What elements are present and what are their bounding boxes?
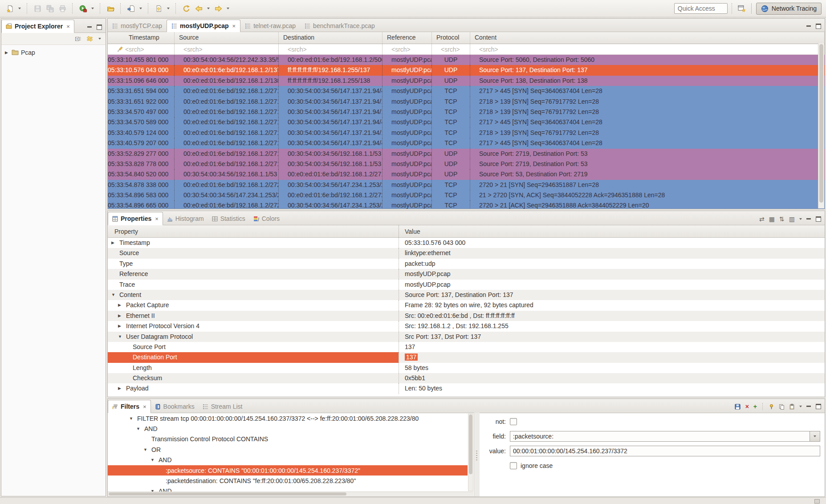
tree-item-pcap[interactable]: ▶ Pcap (1, 48, 106, 57)
filter-cell-timestamp[interactable]: <srch> (108, 44, 175, 54)
property-row[interactable]: Destination Port137 (108, 352, 825, 362)
expand-right-icon[interactable]: ▶ (118, 311, 126, 321)
column-header-source[interactable]: Source (175, 32, 279, 44)
scrollbar-thumb[interactable] (109, 492, 346, 496)
filter-cell-destination[interactable]: <srch> (279, 44, 382, 54)
packet-row[interactable]: 05:33:10.455 801 00000:30:54:00:34:56/21… (108, 55, 825, 65)
dropdown-arrow-icon[interactable] (17, 3, 22, 14)
save-all-icon[interactable] (45, 3, 55, 14)
column-header-protocol[interactable]: Protocol (432, 32, 470, 44)
expand-right-icon[interactable]: ▶ (118, 321, 126, 331)
filter-tree-row[interactable]: ▼AND (108, 486, 468, 492)
copy-filter-icon[interactable] (779, 404, 785, 410)
navigate-backward-icon[interactable] (193, 3, 204, 14)
close-tab-icon[interactable]: × (232, 23, 236, 29)
property-row[interactable]: ReferencemostlyUDP.pcap (108, 269, 825, 279)
expand-right-icon[interactable]: ▶ (111, 238, 119, 248)
run-external-tools-icon[interactable] (77, 3, 88, 14)
tab-stream-list[interactable]: Stream List (199, 400, 247, 413)
property-row[interactable]: ▶PayloadLen: 50 bytes (108, 383, 825, 394)
filter-tree-row[interactable]: ▼FILTER stream tcp 00:00:01:00:00:00/145… (108, 413, 468, 423)
minimize-icon[interactable] (806, 24, 811, 28)
property-row[interactable]: ▶Timestamp05:33:10.576 043 000 (108, 238, 825, 248)
tree-mode-icon[interactable]: ▦ (769, 216, 775, 222)
field-combo[interactable]: :packetsource: (510, 431, 820, 442)
dropdown-arrow-icon[interactable] (225, 3, 231, 14)
tab-bookmarks[interactable]: Bookmarks (151, 400, 199, 413)
back-history-icon[interactable] (181, 3, 191, 14)
property-row[interactable]: Length58 bytes (108, 363, 825, 373)
save-icon[interactable] (32, 3, 43, 14)
maximize-icon[interactable] (97, 24, 102, 30)
packet-row[interactable]: 05:33:54.896 583 00000:30:54:00:34:56/14… (108, 190, 825, 200)
columns-icon[interactable]: ▥ (789, 216, 795, 222)
column-header-reference[interactable]: Reference (382, 32, 432, 44)
property-row[interactable]: TracemostlyUDP.pcap (108, 280, 825, 290)
expand-right-icon[interactable]: ▶ (118, 383, 126, 394)
property-row[interactable]: Typepacket:udp (108, 259, 825, 269)
view-menu-icon[interactable] (799, 406, 802, 407)
tab-benchmarktrace-pcap[interactable]: benchmarkTrace.pcap (300, 20, 379, 32)
packet-row[interactable]: 05:33:31.651 594 00000:e0:ed:01:6e:bd/19… (108, 86, 825, 96)
expand-down-icon[interactable]: ▼ (143, 447, 151, 452)
filter-tree-scrollbar[interactable] (468, 414, 473, 491)
property-row[interactable]: ▶Packet CaptureFrame 28: 92 bytes on wir… (108, 300, 825, 310)
property-row[interactable]: ▶Internet Protocol Version 4Src: 192.168… (108, 321, 825, 331)
import-trace-icon[interactable] (126, 3, 136, 14)
notification-icon[interactable] (814, 499, 820, 504)
column-header-timestamp[interactable]: Timestamp (108, 32, 175, 44)
close-view-icon[interactable]: × (143, 403, 146, 410)
column-header-destination[interactable]: Destination (279, 32, 382, 44)
maximize-icon[interactable] (816, 24, 821, 29)
navigate-forward-icon[interactable] (213, 3, 224, 14)
filter-tree-hscrollbar[interactable] (108, 492, 473, 496)
column-header-value[interactable]: Value (399, 225, 825, 237)
filter-cell-reference[interactable]: <srch> (382, 44, 432, 54)
packet-table-scrollbar[interactable] (818, 43, 824, 208)
expand-down-icon[interactable]: ▼ (129, 416, 137, 421)
filter-cell-content[interactable]: <srch> (470, 44, 825, 54)
add-filter-icon[interactable]: + (753, 403, 757, 410)
dropdown-arrow-icon[interactable] (90, 3, 95, 14)
expand-down-icon[interactable]: ▼ (136, 427, 144, 431)
packet-row[interactable]: 05:33:52.829 277 00000:e0:ed:01:6e:bd/19… (108, 149, 825, 159)
column-header-content[interactable]: Content (470, 32, 825, 44)
tab-project-explorer[interactable]: Project Explorer × (1, 20, 74, 33)
tab-mostlyudp-pcap[interactable]: mostlyUDP.pcap × (167, 20, 240, 32)
new-wizard-icon[interactable] (4, 3, 15, 14)
expand-down-icon[interactable]: ▼ (118, 332, 126, 342)
view-menu-icon[interactable] (799, 218, 802, 220)
close-view-icon[interactable]: × (66, 23, 70, 30)
packet-row[interactable]: 05:33:31.651 922 00000:e0:ed:01:6e:bd/19… (108, 97, 825, 107)
tab-statistics[interactable]: Statistics (208, 212, 249, 225)
filter-tree-row[interactable]: :packetsource: CONTAINS "00:00:01:00:00:… (108, 465, 468, 476)
pin-icon[interactable] (769, 404, 774, 410)
tab-telnet-raw-pcap[interactable]: telnet-raw.pcap (240, 20, 300, 32)
packet-row[interactable]: 05:33:54.896 665 00000:e0:ed:01:6e:bd/19… (108, 200, 825, 209)
tab-properties[interactable]: Properties × (108, 212, 163, 225)
close-view-icon[interactable]: × (155, 215, 159, 222)
property-row[interactable]: ▼User Datagram ProtocolSrc Port: 137, Ds… (108, 332, 825, 342)
collapse-all-icon[interactable] (75, 36, 81, 42)
property-row[interactable]: ▼ContentSource Port: 137, Destination Po… (108, 290, 825, 300)
maximize-icon[interactable] (816, 216, 821, 222)
expand-right-icon[interactable]: ▶ (118, 300, 126, 310)
filter-tree-row[interactable]: ▼AND (108, 423, 468, 434)
link-with-selection-icon[interactable]: ⇄ (759, 216, 765, 222)
dropdown-arrow-icon[interactable] (206, 3, 211, 14)
dropdown-arrow-icon[interactable] (138, 3, 143, 14)
property-row[interactable]: Sourcelinktype:ethernet (108, 248, 825, 258)
packet-row[interactable]: 05:33:40.579 124 00000:e0:ed:01:6e:bd/19… (108, 128, 825, 138)
filter-tree-row[interactable]: ▼OR (108, 444, 468, 455)
ignore-case-checkbox[interactable] (510, 462, 517, 469)
packet-row[interactable]: 05:33:54.840 520 00000:30:54:00:34:56/19… (108, 169, 825, 179)
filter-tree-row[interactable]: :packetdestination: CONTAINS "fe:ff:20:0… (108, 476, 468, 486)
packet-row[interactable]: 05:33:54.878 338 00000:e0:ed:01:6e:bd/19… (108, 180, 825, 190)
tab-histogram[interactable]: Histogram (163, 212, 208, 225)
print-icon[interactable] (57, 3, 68, 14)
property-row[interactable]: Source Port137 (108, 342, 825, 352)
link-with-editor-icon[interactable] (86, 36, 93, 42)
dropdown-arrow-icon[interactable] (166, 3, 171, 14)
export-trace-icon[interactable] (153, 3, 164, 14)
sash-handle[interactable] (474, 413, 480, 496)
